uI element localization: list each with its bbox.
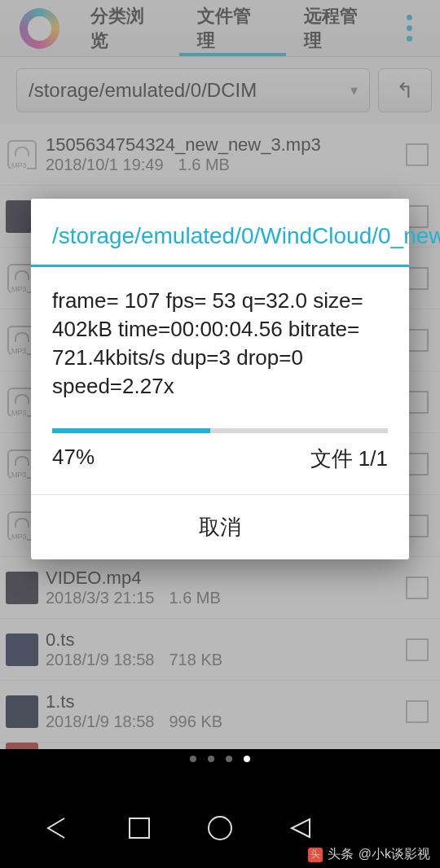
nav-recent-icon[interactable] [127,816,152,840]
progress-dialog: /storage/emulated/0/WindCloud/0_new_2.mp… [31,199,409,559]
svg-marker-2 [292,819,310,837]
watermark-source: 头条 [328,846,354,863]
pager-dots [0,749,440,762]
progress-percent: 47% [52,445,95,473]
watermark: 头 头条 @小k谈影视 [308,846,430,863]
dialog-body: frame= 107 fps= 53 q=32.0 size= 402kB ti… [31,267,409,423]
nav-home-icon[interactable] [206,814,234,842]
svg-point-1 [209,817,231,840]
nav-back-icon[interactable] [43,817,73,840]
watermark-author: @小k谈影视 [359,846,430,863]
system-navbar: 头 头条 @小k谈影视 [0,749,440,868]
svg-rect-0 [130,818,149,838]
dialog-title: /storage/emulated/0/WindCloud/0_new_2.mp… [31,199,409,265]
cancel-button[interactable]: 取消 [31,494,409,559]
nav-menu-icon[interactable] [288,816,313,840]
watermark-logo-icon: 头 [308,848,323,862]
progress-file-count: 文件 1/1 [310,445,388,473]
